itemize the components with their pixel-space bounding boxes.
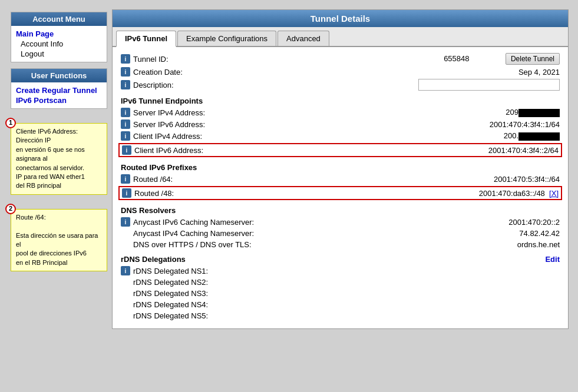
rdns-ns3-row: rDNS Delegated NS3: [121, 289, 560, 298]
anycast-ipv6-row: i Anycast IPv6 Caching Nameserver: 2001:… [121, 217, 560, 227]
client-ipv4-label: Client IPv4 Address: [133, 132, 442, 141]
routed64-row: i Routed /64: 2001:470:5:3f4::/64 [121, 174, 560, 184]
client-ipv4-value: 200. [442, 131, 560, 141]
dns-header: DNS Resolvers [121, 206, 560, 215]
server-ipv4-value: 209 [442, 108, 560, 117]
tunnel-id-value: 655848 Delete Tunnel [442, 53, 560, 65]
annotation-box-2: 2 Route /64: Esta dirección se usara par… [11, 209, 107, 271]
logout-link[interactable]: Logout [21, 49, 102, 58]
content-area: i Tunnel ID: 655848 Delete Tunnel i Crea… [113, 47, 568, 328]
portscan-link[interactable]: IPv6 Portscan [16, 96, 102, 105]
anycast-ipv6-label: Anycast IPv6 Caching Nameserver: [133, 218, 442, 227]
creation-date-label: Creation Date: [133, 68, 442, 77]
main-content: Tunnel Details IPv6 Tunnel Example Confi… [112, 9, 569, 329]
tab-ipv6-tunnel[interactable]: IPv6 Tunnel [116, 31, 176, 47]
client-ipv4-icon: i [121, 131, 130, 141]
dns-https-label: DNS over HTTPS / DNS over TLS: [133, 240, 442, 249]
creation-date-value: Sep 4, 2021 [442, 68, 560, 77]
sidebar: Account Menu Main Page Account Info Logo… [6, 6, 112, 333]
client-ipv4-redacted [518, 132, 560, 141]
rdns-ns5-label: rDNS Delegated NS5: [133, 311, 442, 320]
routed-header: Routed IPv6 Prefixes [121, 163, 560, 172]
main-header: Tunnel Details [113, 10, 568, 27]
anycast-ipv6-icon: i [121, 217, 130, 227]
routed64-label: Routed /64: [133, 175, 442, 184]
tunnel-id-icon: i [121, 54, 130, 64]
server-ipv6-label: Server IPv6 Address: [133, 120, 442, 129]
anycast-ipv6-value: 2001:470:20::2 [442, 218, 560, 227]
routed64-icon: i [121, 174, 130, 184]
rdns-ns1-icon: i [121, 266, 130, 275]
rdns-ns1-label: rDNS Delegated NS1: [133, 267, 442, 275]
tab-advanced[interactable]: Advanced [278, 31, 329, 46]
rdns-ns2-label: rDNS Delegated NS2: [133, 278, 442, 287]
anycast-ipv4-value: 74.82.42.42 [442, 229, 560, 238]
client-ipv6-label: Client IPv6 Address: [134, 146, 441, 155]
client-ipv4-row: i Client IPv4 Address: 200. [121, 131, 560, 141]
annotation-text-1: Cliente IPv6 Address: Dirección IP en ve… [16, 128, 85, 189]
main-page-link[interactable]: Main Page [16, 29, 102, 38]
server-ipv6-icon: i [121, 119, 130, 129]
description-label: Description: [133, 81, 418, 89]
rdns-ns1-row: i rDNS Delegated NS1: [121, 266, 560, 275]
tab-example-configurations[interactable]: Example Configurations [177, 31, 276, 46]
description-row: i Description: [121, 79, 560, 91]
account-menu-header: Account Menu [11, 12, 107, 26]
tabs-row: IPv6 Tunnel Example Configurations Advan… [113, 27, 568, 47]
annotation-box-1: 1 Cliente IPv6 Address: Dirección IP en … [11, 123, 107, 195]
server-ipv4-row: i Server IPv4 Address: 209 [121, 108, 560, 117]
server-ipv4-icon: i [121, 108, 130, 117]
endpoints-header: IPv6 Tunnel Endpoints [121, 97, 560, 105]
creation-date-icon: i [121, 67, 130, 77]
rdns-edit-link[interactable]: Edit [545, 255, 560, 264]
account-menu-body: Main Page Account Info Logout [11, 26, 107, 62]
rdns-ns5-row: rDNS Delegated NS5: [121, 311, 560, 320]
tunnel-id-label: Tunnel ID: [133, 55, 442, 64]
routed48-row: i Routed /48: 2001:470:da63::/48 [X] [118, 186, 562, 200]
routed48-value: 2001:470:da63::/48 [X] [441, 189, 559, 198]
tunnel-id-row: i Tunnel ID: 655848 Delete Tunnel [121, 53, 560, 65]
anycast-ipv4-row: Anycast IPv4 Caching Nameserver: 74.82.4… [121, 229, 560, 238]
description-value [418, 79, 560, 91]
routed48-icon: i [122, 188, 131, 198]
page-wrapper: Account Menu Main Page Account Info Logo… [6, 6, 572, 333]
user-functions-section: User Functions Create Regular Tunnel IPv… [11, 68, 107, 109]
client-ipv6-value: 2001:470:4:3f4::2/64 [441, 146, 559, 155]
server-ipv6-row: i Server IPv6 Address: 2001:470:4:3f4::1… [121, 119, 560, 129]
creation-date-row: i Creation Date: Sep 4, 2021 [121, 67, 560, 77]
account-menu-section: Account Menu Main Page Account Info Logo… [11, 12, 107, 62]
rdns-ns2-row: rDNS Delegated NS2: [121, 278, 560, 287]
dns-https-value: ordns.he.net [442, 240, 560, 249]
rdns-header-row: rDNS Delegations Edit [121, 255, 560, 264]
client-ipv6-icon: i [122, 145, 131, 155]
annotation-text-2: Route /64: Esta dirección se usara para … [16, 214, 98, 266]
rdns-ns4-label: rDNS Delegated NS4: [133, 300, 442, 309]
create-tunnel-link[interactable]: Create Regular Tunnel [16, 86, 102, 95]
client-ipv6-row: i Client IPv6 Address: 2001:470:4:3f4::2… [118, 143, 562, 157]
annotation-number-2: 2 [5, 204, 16, 214]
annotation-number-1: 1 [5, 118, 16, 128]
account-info-link[interactable]: Account Info [21, 39, 102, 48]
user-functions-body: Create Regular Tunnel IPv6 Portscan [11, 82, 107, 108]
routed64-value: 2001:470:5:3f4::/64 [442, 175, 560, 184]
user-functions-header: User Functions [11, 69, 107, 82]
dns-https-row: DNS over HTTPS / DNS over TLS: ordns.he.… [121, 240, 560, 249]
server-ipv4-label: Server IPv4 Address: [133, 108, 442, 117]
rdns-ns3-label: rDNS Delegated NS3: [133, 289, 442, 298]
description-input[interactable] [418, 79, 560, 91]
rdns-ns4-row: rDNS Delegated NS4: [121, 300, 560, 309]
description-icon: i [121, 80, 130, 89]
delete-tunnel-button[interactable]: Delete Tunnel [506, 53, 560, 65]
routed48-delete-link[interactable]: [X] [549, 189, 559, 198]
routed48-label: Routed /48: [134, 189, 441, 198]
server-ipv4-redacted [518, 109, 560, 117]
rdns-header: rDNS Delegations [121, 255, 186, 264]
server-ipv6-value: 2001:470:4:3f4::1/64 [442, 120, 560, 129]
anycast-ipv4-label: Anycast IPv4 Caching Nameserver: [133, 229, 442, 238]
